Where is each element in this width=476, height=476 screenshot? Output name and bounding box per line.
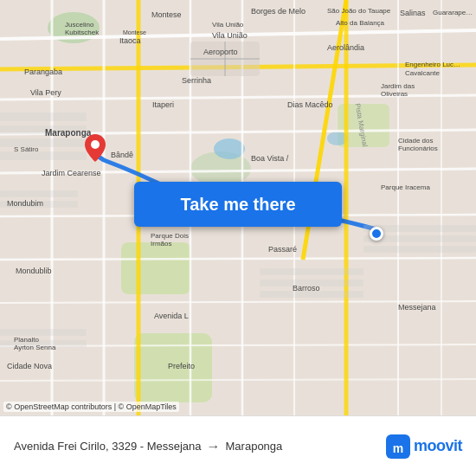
origin-text: Avenida Frei Cirilo, 3329 - Messejana <box>14 440 202 453</box>
svg-rect-33 <box>0 138 87 147</box>
svg-point-6 <box>214 138 245 159</box>
route-info: Avenida Frei Cirilo, 3329 - Messejana → … <box>14 439 386 454</box>
origin-marker <box>370 227 383 241</box>
destination-text: Maraponga <box>226 440 283 453</box>
svg-rect-34 <box>0 151 87 160</box>
moovit-icon: m <box>386 434 410 459</box>
svg-rect-41 <box>363 246 476 253</box>
svg-rect-32 <box>0 125 87 134</box>
moovit-brand-text: moovit <box>414 437 462 455</box>
svg-text:m: m <box>393 441 403 455</box>
svg-rect-31 <box>0 113 87 121</box>
svg-rect-38 <box>0 340 87 347</box>
svg-rect-42 <box>260 268 363 275</box>
svg-rect-44 <box>260 291 363 298</box>
map-attribution: © OpenStreetMap contributors | © OpenMap… <box>3 402 179 412</box>
svg-rect-43 <box>260 280 363 286</box>
svg-rect-37 <box>0 329 87 336</box>
svg-rect-36 <box>0 201 78 208</box>
take-me-there-button[interactable]: Take me there <box>134 182 342 227</box>
arrow-icon: → <box>207 439 221 454</box>
map-container: Montese Borges de Melo São João do Tauap… <box>0 0 476 415</box>
moovit-logo: m moovit <box>386 434 462 459</box>
bottom-bar: Avenida Frei Cirilo, 3329 - Messejana → … <box>0 415 476 476</box>
svg-rect-5 <box>134 333 212 402</box>
svg-rect-2 <box>121 242 190 294</box>
svg-rect-35 <box>0 190 78 197</box>
svg-point-45 <box>91 140 100 149</box>
destination-marker <box>85 134 106 162</box>
